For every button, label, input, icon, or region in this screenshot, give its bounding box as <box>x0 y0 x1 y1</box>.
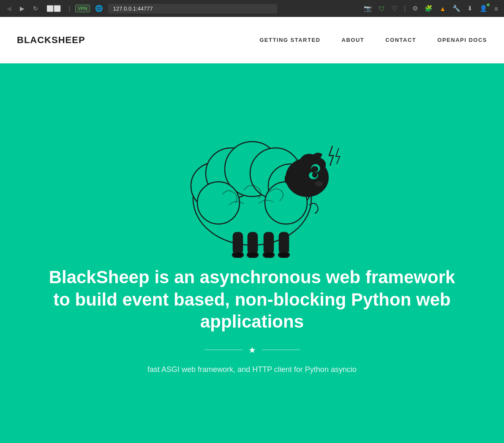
mountain-button[interactable]: ▲ <box>438 4 447 13</box>
address-bar[interactable] <box>108 4 277 14</box>
svg-point-11 <box>315 181 323 187</box>
svg-point-15 <box>312 167 318 172</box>
settings-button[interactable]: ⚙ <box>411 4 420 13</box>
svg-rect-16 <box>233 232 242 254</box>
separator-1: | <box>68 5 70 12</box>
svg-point-20 <box>232 252 243 258</box>
svg-rect-18 <box>264 232 273 254</box>
puzzle-button[interactable]: 🔧 <box>451 4 462 13</box>
svg-point-10 <box>313 173 317 177</box>
download-button[interactable]: ⬇ <box>466 4 474 13</box>
hero-divider: ★ <box>204 345 300 355</box>
menu-button[interactable]: ≡ <box>493 4 500 13</box>
divider-line-left <box>204 350 242 350</box>
svg-point-23 <box>278 252 289 258</box>
browser-right-icons: 📷 🛡 ♡ | ⚙ 🧩 ▲ 🔧 ⬇ 👤 ≡ <box>362 4 500 13</box>
svg-point-6 <box>197 182 240 224</box>
heart-button[interactable]: ♡ <box>390 4 399 13</box>
sheep-illustration <box>151 80 354 258</box>
hero-headline: BlackSheep is an asynchronous web framew… <box>41 266 463 333</box>
extensions-button[interactable]: 🧩 <box>423 4 434 13</box>
globe-button[interactable]: 🌐 <box>93 4 105 13</box>
hero-subtitle: fast ASGI web framework, and HTTP client… <box>147 365 357 374</box>
site-header: BLACKSHEEP GETTING STARTED ABOUT CONTACT… <box>0 17 504 63</box>
tabs-button[interactable]: ⬜⬜ <box>44 3 63 14</box>
svg-point-21 <box>247 252 258 258</box>
site-logo[interactable]: BLACKSHEEP <box>17 35 85 46</box>
profile-button[interactable]: 👤 <box>478 4 489 13</box>
browser-chrome: ◀ ▶ ↻ ⬜⬜ | VPN 🌐 📷 🛡 ♡ | ⚙ 🧩 ▲ 🔧 ⬇ 👤 ≡ <box>0 0 504 17</box>
site-nav: GETTING STARTED ABOUT CONTACT OPENAPI DO… <box>259 37 487 43</box>
shield-button[interactable]: 🛡 <box>377 4 387 13</box>
svg-point-22 <box>263 252 274 258</box>
reload-button[interactable]: ↻ <box>30 3 41 14</box>
profile-badge[interactable]: 👤 <box>478 4 489 13</box>
vpn-button[interactable]: VPN <box>75 5 90 12</box>
nav-contact[interactable]: CONTACT <box>385 37 416 43</box>
nav-about[interactable]: ABOUT <box>342 37 365 43</box>
nav-getting-started[interactable]: GETTING STARTED <box>259 37 320 43</box>
camera-button[interactable]: 📷 <box>362 4 373 13</box>
divider-line-right <box>262 350 300 350</box>
separator-2: | <box>404 5 406 12</box>
hero-section: BlackSheep is an asynchronous web framew… <box>0 63 504 443</box>
forward-button[interactable]: ▶ <box>17 3 27 14</box>
star-icon: ★ <box>248 345 256 355</box>
svg-rect-19 <box>279 232 289 254</box>
nav-openapi-docs[interactable]: OPENAPI DOCS <box>437 37 487 43</box>
back-button[interactable]: ◀ <box>4 3 14 14</box>
svg-rect-17 <box>248 232 257 254</box>
